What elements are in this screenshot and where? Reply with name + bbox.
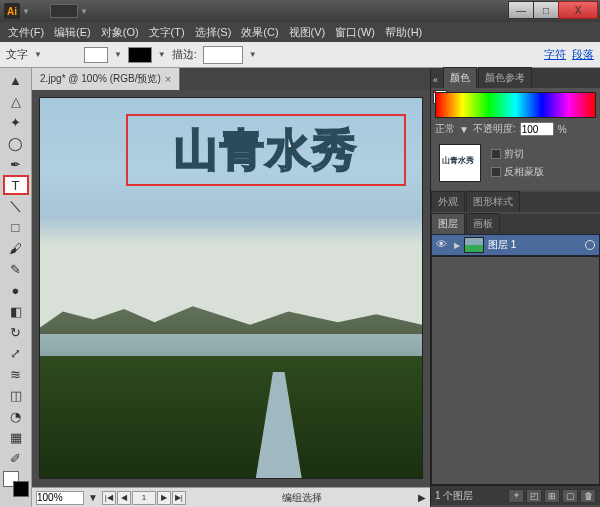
menubar: 文件(F) 编辑(E) 对象(O) 文字(T) 选择(S) 效果(C) 视图(V… [0, 22, 600, 42]
direct-selection-tool[interactable]: △ [3, 91, 29, 111]
pen-tool[interactable]: ✒ [3, 154, 29, 174]
fill-dropdown[interactable]: ▼ [114, 50, 122, 59]
magic-wand-tool[interactable]: ✦ [3, 112, 29, 132]
menu-select[interactable]: 选择(S) [191, 23, 236, 42]
nav-first[interactable]: |◀ [102, 491, 116, 505]
stroke-dropdown[interactable]: ▼ [158, 50, 166, 59]
layer-row[interactable]: 👁 ▶ 图层 1 [431, 234, 600, 256]
tab-graphic-styles[interactable]: 图形样式 [466, 191, 520, 212]
make-clip-icon[interactable]: ◰ [526, 489, 542, 503]
layer-visibility-icon[interactable]: 👁 [436, 238, 450, 252]
tab-color-guide[interactable]: 颜色参考 [478, 67, 532, 88]
color-panel-body: 正常 ▼ 不透明度: % 剪切 反相蒙版 [431, 88, 600, 190]
zoom-input[interactable] [36, 491, 84, 505]
stroke-color[interactable] [13, 481, 29, 497]
paintbrush-tool[interactable]: 🖌 [3, 238, 29, 258]
stroke-swatch[interactable] [128, 47, 152, 63]
color-panel-tabs: « 颜色 颜色参考 [431, 68, 600, 88]
tab-color[interactable]: 颜色 [443, 67, 477, 88]
menu-edit[interactable]: 编辑(E) [50, 23, 95, 42]
tab-artboards[interactable]: 画板 [466, 213, 500, 234]
fill-swatch[interactable] [84, 47, 108, 63]
free-transform-tool[interactable]: ◫ [3, 385, 29, 405]
pencil-tool[interactable]: ✎ [3, 259, 29, 279]
nav-prev[interactable]: ◀ [117, 491, 131, 505]
opacity-pct: % [558, 124, 567, 135]
nav-last[interactable]: ▶| [172, 491, 186, 505]
rotate-tool[interactable]: ↻ [3, 322, 29, 342]
document-tab-close[interactable]: × [165, 73, 171, 85]
nav-page[interactable]: 1 [132, 491, 156, 505]
type-tool[interactable]: T [3, 175, 29, 195]
delete-layer-icon[interactable]: 🗑 [580, 489, 596, 503]
eyedropper-tool[interactable]: ✐ [3, 448, 29, 468]
layer-name[interactable]: 图层 1 [488, 238, 581, 252]
eraser-tool[interactable]: ◧ [3, 301, 29, 321]
locate-object-icon[interactable]: ⌖ [508, 489, 524, 503]
selection-tool[interactable]: ▲ [3, 70, 29, 90]
stroke-weight-dropdown[interactable]: ▼ [249, 50, 257, 59]
color-panel: « 颜色 颜色参考 正常 ▼ 不透明度: % [431, 68, 600, 190]
new-layer-icon[interactable]: ▢ [562, 489, 578, 503]
artboard-nav: |◀ ◀ 1 ▶ ▶| [102, 491, 186, 505]
rectangle-tool[interactable]: □ [3, 217, 29, 237]
arrange-dropdown[interactable]: ▼ [80, 7, 88, 16]
document-tab-title: 2.jpg* @ 100% (RGB/预览) [40, 72, 161, 86]
paragraph-link[interactable]: 段落 [572, 47, 594, 62]
layers-count: 1 个图层 [435, 489, 473, 503]
stroke-weight-input[interactable] [203, 46, 243, 64]
status-dropdown[interactable]: ▶ [418, 492, 426, 503]
layers-empty-area[interactable] [431, 256, 600, 485]
options-context-dropdown[interactable]: ▼ [34, 50, 42, 59]
new-sublayer-icon[interactable]: ⊞ [544, 489, 560, 503]
tab-appearance[interactable]: 外观 [431, 191, 465, 212]
options-context-label: 文字 [6, 47, 28, 62]
text-selection-frame[interactable]: 山青水秀 [126, 114, 406, 186]
close-button[interactable]: X [558, 1, 598, 19]
blob-brush-tool[interactable]: ● [3, 280, 29, 300]
nav-next[interactable]: ▶ [157, 491, 171, 505]
workspace-dropdown[interactable]: ▼ [22, 7, 30, 16]
scale-tool[interactable]: ⤢ [3, 343, 29, 363]
clip-checkbox[interactable]: 剪切 [491, 147, 544, 161]
document-tab[interactable]: 2.jpg* @ 100% (RGB/预览) × [32, 68, 180, 90]
artwork-text[interactable]: 山青水秀 [174, 121, 358, 180]
invert-mask-checkbox[interactable]: 反相蒙版 [491, 165, 544, 179]
lasso-tool[interactable]: ◯ [3, 133, 29, 153]
gradient-tool[interactable]: ▦ [3, 427, 29, 447]
menu-file[interactable]: 文件(F) [4, 23, 48, 42]
app-logo: Ai [4, 3, 20, 19]
main-area: ▲ △ ✦ ◯ ✒ T ＼ □ 🖌 ✎ ● ◧ ↻ ⤢ ≋ ◫ ◔ ▦ ✐ 2.… [0, 68, 600, 507]
tab-layers[interactable]: 图层 [431, 213, 465, 234]
menu-view[interactable]: 视图(V) [285, 23, 330, 42]
line-tool[interactable]: ＼ [3, 196, 29, 216]
opacity-input[interactable] [520, 122, 554, 136]
menu-type[interactable]: 文字(T) [145, 23, 189, 42]
panel-collapse-icon[interactable]: « [431, 72, 443, 88]
zoom-dropdown[interactable]: ▼ [88, 492, 98, 503]
fill-stroke-colors[interactable] [3, 471, 29, 497]
preview-thumbnail [439, 144, 481, 182]
menu-object[interactable]: 对象(O) [97, 23, 143, 42]
layer-target-icon[interactable] [585, 240, 595, 250]
color-spectrum[interactable] [435, 92, 596, 118]
menu-effect[interactable]: 效果(C) [237, 23, 282, 42]
menu-window[interactable]: 窗口(W) [331, 23, 379, 42]
width-tool[interactable]: ≋ [3, 364, 29, 384]
canvas[interactable]: 山青水秀 [40, 98, 422, 478]
shape-builder-tool[interactable]: ◔ [3, 406, 29, 426]
blend-mode-dropdown[interactable]: ▼ [459, 124, 469, 135]
minimize-button[interactable]: — [508, 1, 534, 19]
menu-help[interactable]: 帮助(H) [381, 23, 426, 42]
character-link[interactable]: 字符 [544, 47, 566, 62]
maximize-button[interactable]: □ [533, 1, 559, 19]
layer-expand-icon[interactable]: ▶ [454, 241, 460, 250]
titlebar: Ai ▼ ▼ — □ X [0, 0, 600, 22]
options-bar: 文字 ▼ ▼ ▼ 描边: ▼ 字符 段落 [0, 42, 600, 68]
panels-column: « 颜色 颜色参考 正常 ▼ 不透明度: % [430, 68, 600, 507]
layers-list: 👁 ▶ 图层 1 [431, 234, 600, 256]
canvas-viewport[interactable]: 山青水秀 [32, 90, 430, 487]
layer-thumbnail [464, 237, 484, 253]
document-status-bar: ▼ |◀ ◀ 1 ▶ ▶| 编组选择 ▶ [32, 487, 430, 507]
arrange-docs-button[interactable] [50, 4, 78, 18]
